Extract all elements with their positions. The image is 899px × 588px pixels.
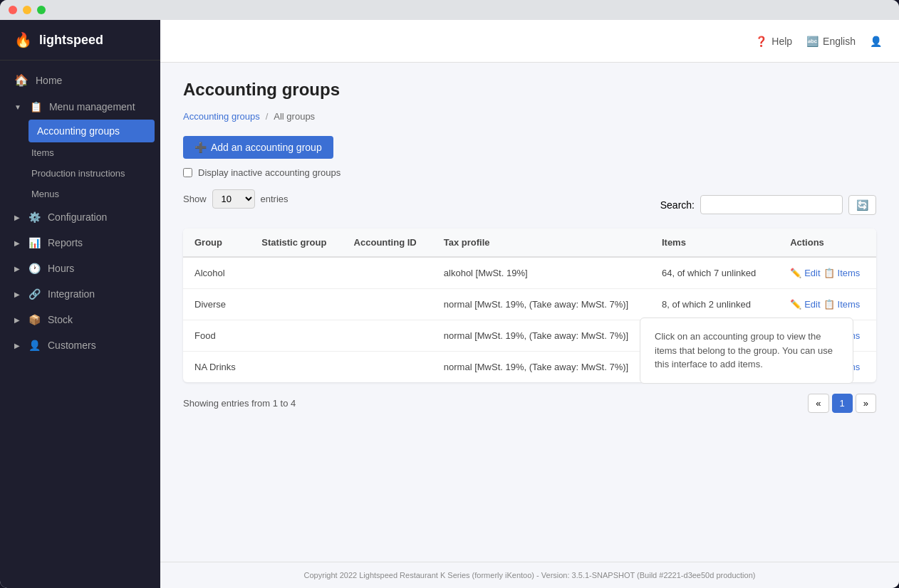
sidebar-item-items[interactable]: Items (23, 142, 160, 163)
table-row: Alcohol alkohol [MwSt. 19%] 64, of which… (183, 257, 876, 289)
copyright-text: Copyright 2022 Lightspeed Restaurant K S… (304, 571, 756, 579)
display-inactive-label: Display inactive accounting groups (198, 167, 341, 178)
pagination-prev[interactable]: « (808, 394, 828, 413)
cell-group-alcohol: Alcohol (183, 257, 250, 289)
sidebar-item-menu-management-label: Menu management (49, 101, 135, 112)
sidebar-item-integration[interactable]: ▶ 🔗 Integration (0, 281, 160, 307)
search-area: Search: 🔄 (660, 195, 876, 215)
chevron-down-icon: ▼ (14, 103, 21, 111)
menu-management-icon: 📋 (30, 101, 42, 112)
search-input[interactable] (700, 195, 843, 214)
cell-statistic-alcohol (250, 257, 342, 289)
sidebar-item-accounting-groups-label: Accounting groups (37, 125, 120, 137)
items-icon: 📋 (823, 268, 835, 278)
cell-actions-alcohol: ✏️ Edit 📋 Items (779, 257, 876, 289)
chevron-right-icon: ▶ (14, 214, 20, 221)
help-button[interactable]: ❓ Help (755, 36, 792, 47)
cell-statistic-food (250, 320, 342, 352)
sidebar-item-stock[interactable]: ▶ 📦 Stock (0, 307, 160, 332)
chevron-right-icon-stock: ▶ (14, 316, 20, 324)
logo: 🔥 lightspeed (0, 20, 160, 61)
entries-label: entries (261, 194, 289, 204)
cell-tax-food: normal [MwSt. 19%, (Take away: MwSt. 7%)… (432, 320, 650, 352)
col-tax-profile: Tax profile (432, 229, 650, 257)
home-icon: 🏠 (14, 73, 28, 87)
chevron-right-icon-reports: ▶ (14, 239, 20, 247)
copyright-bar: Copyright 2022 Lightspeed Restaurant K S… (160, 562, 899, 588)
show-label: Show (183, 194, 207, 204)
items-diverse-link[interactable]: Items (838, 299, 861, 310)
edit-icon: ✏️ (790, 299, 801, 310)
actions-alcohol: ✏️ Edit 📋 Items (790, 268, 865, 278)
items-icon: 📋 (823, 299, 835, 310)
breadcrumb-parent-link[interactable]: Accounting groups (183, 111, 260, 122)
inactive-checkbox-row: Display inactive accounting groups (183, 167, 876, 178)
cell-statistic-diverse (250, 289, 342, 320)
topbar: ❓ Help 🔤 English 👤 (160, 20, 899, 63)
user-button[interactable]: 👤 (870, 36, 882, 47)
sidebar-group-menu-management: ▼ 📋 Menu management Accounting groups It… (0, 94, 160, 204)
chevron-right-icon-hours: ▶ (14, 265, 20, 273)
cell-accounting-id-alcohol (343, 257, 432, 289)
actions-diverse: ✏️ Edit 📋 Items (790, 299, 865, 310)
info-box: Click on an accounting group to view the… (640, 317, 853, 384)
sidebar-item-menu-management[interactable]: ▼ 📋 Menu management (0, 94, 160, 120)
cell-tax-alcohol: alkohol [MwSt. 19%] (432, 257, 650, 289)
add-accounting-group-button[interactable]: ➕ Add an accounting group (183, 136, 333, 159)
sidebar-item-production-instructions[interactable]: Production instructions (23, 163, 160, 184)
cell-accounting-id-nadrinks (343, 352, 432, 383)
sidebar-item-reports-label: Reports (48, 237, 83, 248)
search-label: Search: (660, 199, 695, 211)
cell-group-nadrinks: NA Drinks (183, 352, 250, 383)
hours-icon: 🕐 (28, 263, 41, 274)
customers-icon: 👤 (28, 340, 41, 351)
minimize-button[interactable] (23, 6, 31, 14)
content-body: Click on an accounting group to view the… (183, 189, 876, 413)
sidebar-item-accounting-groups[interactable]: Accounting groups (28, 120, 155, 142)
refresh-button[interactable]: 🔄 (848, 195, 876, 215)
titlebar (0, 0, 899, 20)
edit-diverse-link[interactable]: Edit (804, 299, 820, 310)
show-select[interactable]: 10 25 50 100 (212, 189, 255, 209)
info-box-text: Click on an accounting group to view the… (655, 331, 833, 369)
col-accounting-id: Accounting ID (343, 229, 432, 257)
sidebar-item-menus[interactable]: Menus (23, 184, 160, 204)
page-title: Accounting groups (183, 80, 876, 100)
help-label: Help (771, 36, 792, 47)
content-area: Accounting groups Accounting groups / Al… (160, 63, 899, 562)
sidebar-item-customers[interactable]: ▶ 👤 Customers (0, 332, 160, 358)
sidebar-item-home-label: Home (36, 75, 62, 86)
app-layout: 🔥 lightspeed 🏠 Home ▼ 📋 Menu management (0, 20, 899, 588)
cell-tax-nadrinks: normal [MwSt. 19%, (Take away: MwSt. 7%)… (432, 352, 650, 383)
display-inactive-checkbox[interactable] (183, 168, 192, 177)
cell-items-alcohol: 64, of which 7 unlinked (650, 257, 779, 289)
sidebar-item-configuration[interactable]: ▶ ⚙️ Configuration (0, 204, 160, 230)
sidebar-item-production-instructions-label: Production instructions (31, 168, 125, 179)
sidebar-item-items-label: Items (31, 147, 54, 158)
sidebar-item-home[interactable]: 🏠 Home (0, 66, 160, 94)
controls-row: Show 10 25 50 100 entries Search: (183, 189, 876, 220)
user-icon: 👤 (870, 36, 882, 47)
table-header: Group Statistic group Accounting ID Tax … (183, 229, 876, 257)
language-label: English (823, 36, 856, 47)
chevron-right-icon-customers: ▶ (14, 342, 20, 350)
footer-bar: Showing entries from 1 to 4 « 1 » (183, 394, 876, 413)
show-entries-row: Show 10 25 50 100 entries (183, 189, 289, 209)
table-row: Diverse normal [MwSt. 19%, (Take away: M… (183, 289, 876, 320)
cell-items-diverse: 8, of which 2 unlinked (650, 289, 779, 320)
app-window: 🔥 lightspeed 🏠 Home ▼ 📋 Menu management (0, 0, 899, 588)
table-header-row: Group Statistic group Accounting ID Tax … (183, 229, 876, 257)
edit-alcohol-link[interactable]: Edit (804, 268, 820, 278)
sidebar-item-reports[interactable]: ▶ 📊 Reports (0, 230, 160, 256)
pagination-next[interactable]: » (856, 394, 876, 413)
showing-entries-text: Showing entries from 1 to 4 (183, 398, 296, 409)
sidebar-item-hours[interactable]: ▶ 🕐 Hours (0, 256, 160, 281)
cell-actions-diverse: ✏️ Edit 📋 Items (779, 289, 876, 320)
items-alcohol-link[interactable]: Items (838, 268, 861, 278)
maximize-button[interactable] (37, 6, 46, 14)
pagination-current[interactable]: 1 (832, 394, 853, 413)
language-selector[interactable]: 🔤 English (806, 36, 856, 47)
reports-icon: 📊 (28, 237, 41, 248)
stock-icon: 📦 (28, 314, 41, 325)
close-button[interactable] (9, 6, 17, 14)
